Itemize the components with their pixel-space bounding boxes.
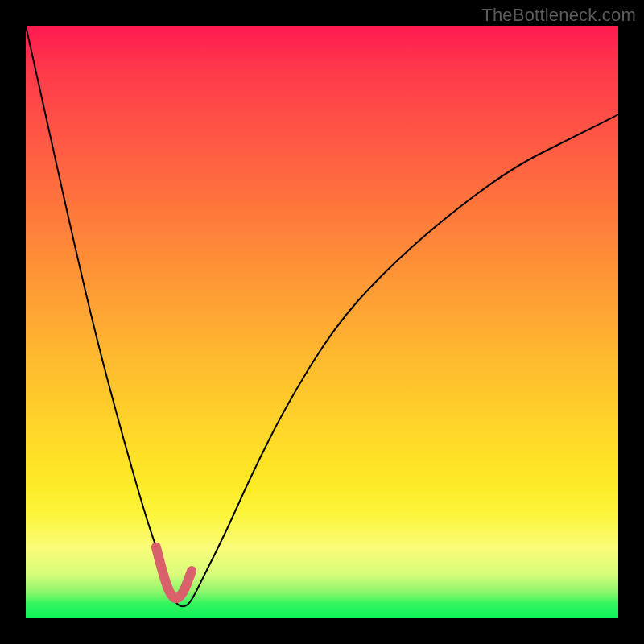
bottleneck-curve: [26, 26, 618, 606]
curve-layer: [26, 26, 618, 618]
plot-area: [26, 26, 618, 618]
chart-frame: TheBottleneck.com: [0, 0, 644, 644]
highlight-segment: [156, 547, 192, 598]
watermark-text: TheBottleneck.com: [481, 5, 636, 26]
